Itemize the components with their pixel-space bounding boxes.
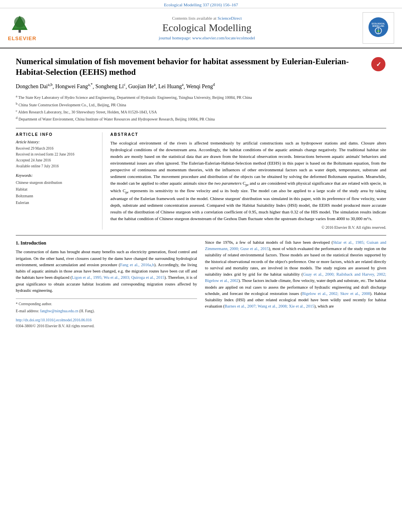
affil-d: d Department of Water Environment, China… [16,115,386,122]
elsevier-logo: ELSEVIER [8,15,43,41]
article-info-label: ARTICLE INFO [16,132,97,137]
bigelow-ref[interactable]: Bigelow et al., 2002; Skov et al., 2008 [302,291,370,296]
keyword-2: Habitat [16,186,97,193]
banner-text: Ecological Modelling 337 (2016) 156–167 [164,2,238,7]
email-note: E-mail address: fanghw@tsinghua.edu.cn (… [16,308,197,314]
barnes-ref[interactable]: Barnes et al., 2007; Wang et al., 2008; … [225,304,314,308]
intro-heading: 1. Introduction [16,239,197,247]
keywords-block: Keywords: Chinese sturgeon distribution … [16,173,97,206]
fang-ref[interactable]: Fang et al., 2016a,b [120,263,154,267]
svg-point-3 [14,17,25,28]
sklar-ref[interactable]: Sklar et al., 1985; Guisan and Zimmerman… [205,240,386,251]
body-divider [16,235,386,235]
author-5: Lei Huanga [158,83,184,89]
article-info-abstract: ARTICLE INFO Article history: Received 2… [16,128,386,230]
journal-banner: Ecological Modelling 337 (2016) 156–167 [0,0,402,8]
keywords-heading: Keywords: [16,173,97,178]
journal-homepage: journal homepage: www.elsevier.com/locat… [51,35,363,40]
author-6: Wenqi Pengd [186,83,215,89]
author-2: Hongwei Fanga,* [55,83,93,89]
elsevier-wordmark: ELSEVIER [8,35,43,41]
email-link[interactable]: fanghw@tsinghua.edu.cn [40,309,78,313]
abstract-column: ABSTRACT The ecological environment of t… [110,132,386,230]
author-4: Guojian Hea [128,83,155,89]
revised-date: Received in revised form 22 June 2016 [16,152,97,158]
affil-b: b China State Construction Development C… [16,101,386,108]
crossmark-badge[interactable]: ✓ [370,56,386,72]
paper-title-section: Numerical simulation of fish movement be… [16,52,386,78]
abstract-label: ABSTRACT [110,132,386,137]
affil-c: c Alden Research Laboratory, Inc., 30 Sh… [16,108,386,115]
affil-a: a The State Key Laboratory of Hydro Scie… [16,94,386,100]
authors-line: Dongchen Daia,b, Hongwei Fanga,*, Songhe… [16,82,386,91]
journal-center: Contents lists available at ScienceDirec… [51,16,363,40]
right-para-1: Since the 1970s, a few of habitat models… [205,239,386,310]
doi-row: http://dx.doi.org/10.1016/j.ecolmodel.20… [16,317,197,323]
keyword-3: Boltzmann [16,193,97,199]
footnote-area: * Corresponding author. E-mail address: … [16,298,197,329]
main-content: Numerical simulation of fish movement be… [0,48,402,338]
article-info-column: ARTICLE INFO Article history: Received 2… [16,132,102,230]
keyword-4: Eulerian [16,199,97,206]
body-col-right: Since the 1970s, a few of habitat models… [205,239,386,330]
body-two-col: 1. Introduction The construction of dams… [16,239,386,330]
eco-icon-graphic: ECOLOGICAL MODELLING [368,17,388,37]
body-col-left: 1. Introduction The construction of dams… [16,239,197,330]
sciencedirect-anchor[interactable]: ScienceDirect [218,16,242,20]
copyright-line: © 2016 Elsevier B.V. All rights reserved… [110,225,386,230]
available-date: Available online 7 July 2016 [16,163,97,169]
paper-title: Numerical simulation of fish movement be… [16,56,363,78]
corresponding-note: * Corresponding author. [16,301,197,307]
abstract-text: The ecological environment of the rivers… [110,140,386,222]
author-3: Songheng Lic [95,83,125,89]
article-history-heading: Article history: [16,140,97,144]
accepted-date: Accepted 24 June 2016 [16,158,97,163]
sciencedirect-link: Contents lists available at ScienceDirec… [51,16,363,20]
affiliations: a The State Key Laboratory of Hydro Scie… [16,94,386,122]
keyword-1: Chinese sturgeon distribution [16,179,97,186]
journal-header: ELSEVIER Contents lists available at Sci… [0,8,402,48]
article-history: Article history: Received 29 March 2016 … [16,140,97,170]
received-date: Received 29 March 2016 [16,146,97,152]
doi-link[interactable]: http://dx.doi.org/10.1016/j.ecolmodel.20… [16,318,91,322]
issn-note: 0304-3800/© 2016 Elsevier B.V. All right… [16,323,197,329]
journal-title: Ecological Modelling [51,22,363,34]
author-1: Dongchen Daia,b [16,83,52,89]
crossmark-icon: ✓ [371,57,385,71]
guay-ref[interactable]: Guay et al., 2000; Railsback and Harvey,… [205,272,386,283]
ecological-modelling-logo: ECOLOGICAL MODELLING [363,12,394,44]
intro-para-1: The construction of dams has brought abo… [16,249,197,294]
ligon-ref[interactable]: Ligon et al., 1995; Wu et al., 2003; Qui… [72,275,164,280]
elsevier-tree-icon [8,15,32,34]
svg-text:MODELLING: MODELLING [372,25,384,27]
